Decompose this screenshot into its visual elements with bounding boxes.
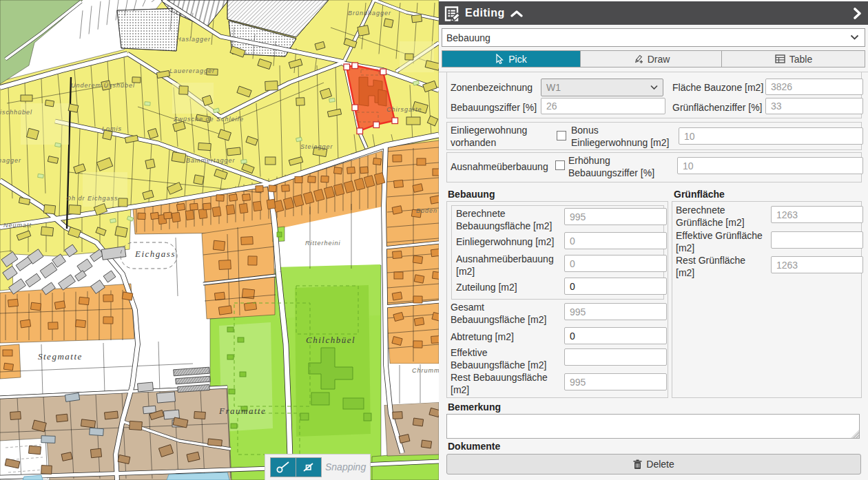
- svg-text:Brünnliagger: Brünnliagger: [348, 10, 391, 17]
- svg-text:Underem Üsshübel: Underem Üsshübel: [71, 82, 135, 89]
- svg-text:Fraumatte: Fraumatte: [218, 406, 266, 416]
- svg-text:Chirsgarte: Chirsgarte: [386, 106, 422, 113]
- svg-text:Bammertagger: Bammertagger: [186, 157, 236, 164]
- svg-text:Steiagger: Steiagger: [300, 143, 333, 150]
- svg-text:Chilchbüel: Chilchbüel: [306, 335, 355, 345]
- svg-text:Neumatt: Neumatt: [3, 222, 32, 229]
- svg-text:Zwüsche de Schleife: Zwüsche de Schleife: [173, 116, 244, 123]
- svg-text:Lomis: Lomis: [102, 125, 122, 132]
- svg-text:Eichgass: Eichgass: [134, 249, 176, 259]
- svg-text:Haslagger: Haslagger: [176, 36, 211, 43]
- svg-text:Oh dr Eichgass: Oh dr Eichgass: [66, 195, 118, 202]
- svg-text:Chrumm: Chrumm: [412, 367, 439, 374]
- svg-text:Heimagger: Heimagger: [0, 157, 21, 164]
- svg-text:Boden: Boden: [416, 207, 437, 214]
- svg-text:Ritterheini: Ritterheini: [305, 240, 341, 247]
- svg-text:Lauereragger: Lauereragger: [169, 67, 215, 74]
- svg-text:Gischhübel: Gischhübel: [0, 109, 32, 116]
- svg-text:Stegmatte: Stegmatte: [38, 351, 83, 362]
